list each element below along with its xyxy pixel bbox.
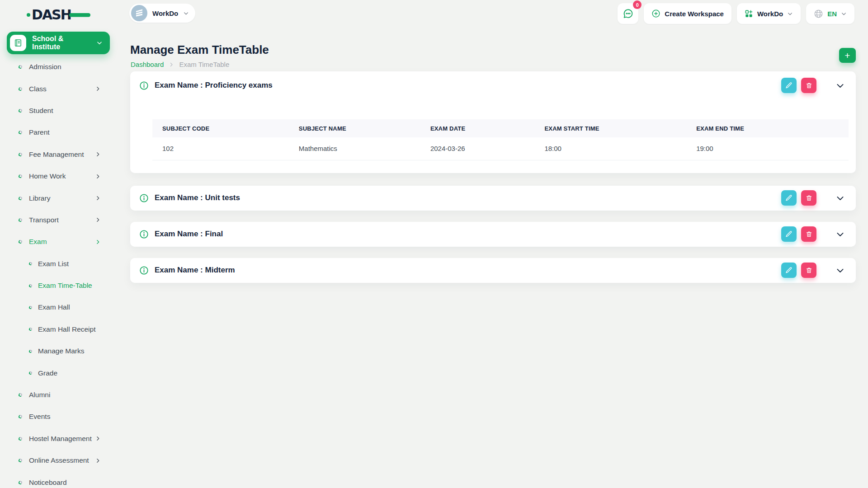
delete-exam-button[interactable] bbox=[801, 226, 816, 242]
sidebar-item-online-assessment[interactable]: Online Assessment bbox=[0, 450, 118, 471]
edit-exam-button[interactable] bbox=[781, 226, 797, 242]
bullet-icon bbox=[18, 393, 23, 397]
edit-exam-button[interactable] bbox=[781, 263, 797, 278]
sidebar-item-label: Student bbox=[29, 107, 53, 115]
sidebar-item-exam[interactable]: Exam bbox=[0, 231, 118, 253]
exam-card-list: Exam Name : Proficiency examsSUBJECT COD… bbox=[130, 71, 856, 294]
exam-card-header[interactable]: Exam Name : Midterm bbox=[130, 258, 856, 283]
exam-card-title: Exam Name : Proficiency exams bbox=[155, 81, 273, 90]
delete-exam-button[interactable] bbox=[801, 190, 816, 206]
timetable-cell: 102 bbox=[152, 137, 289, 160]
exam-card-header[interactable]: Exam Name : Unit tests bbox=[130, 186, 856, 211]
sidebar-item-exam-hall[interactable]: Exam Hall bbox=[0, 296, 118, 318]
chevron-right-icon bbox=[95, 458, 101, 464]
bullet-icon bbox=[28, 305, 33, 310]
delete-exam-button[interactable] bbox=[801, 263, 816, 278]
bullet-icon bbox=[28, 284, 33, 288]
sidebar-item-label: Online Assessment bbox=[29, 456, 89, 465]
sidebar-item-label: Library bbox=[29, 194, 50, 202]
workspace-name: WorkDo bbox=[152, 9, 178, 17]
sidebar-item-label: Admission bbox=[29, 63, 61, 71]
sidebar-item-student[interactable]: Student bbox=[0, 100, 118, 122]
bullet-icon bbox=[18, 174, 23, 178]
exam-card-header[interactable]: Exam Name : Final bbox=[130, 222, 856, 247]
sidebar-item-admission[interactable]: Admission bbox=[0, 56, 118, 78]
language-code: EN bbox=[827, 10, 837, 18]
sidebar-item-fee-management[interactable]: Fee Management bbox=[0, 144, 118, 165]
trash-icon bbox=[806, 230, 812, 238]
app-selector-label: WorkDo bbox=[757, 10, 783, 18]
chat-icon bbox=[623, 8, 634, 19]
bullet-icon bbox=[18, 87, 23, 91]
sidebar-item-library[interactable]: Library bbox=[0, 187, 118, 209]
sidebar-item-noticeboard[interactable]: Noticeboard bbox=[0, 471, 118, 488]
sidebar-item-label: Home Work bbox=[29, 172, 66, 180]
create-workspace-label: Create Workspace bbox=[665, 10, 724, 18]
chevron-down-icon bbox=[835, 266, 845, 275]
timetable-row: 102Mathematics2024-03-2618:0019:00 bbox=[152, 137, 849, 160]
trash-icon bbox=[806, 82, 812, 89]
sidebar-item-alumni[interactable]: Alumni bbox=[0, 384, 118, 406]
workspace-selector[interactable]: WorkDo bbox=[129, 4, 195, 23]
sidebar-item-label: Grade bbox=[38, 369, 57, 377]
column-header: EXAM DATE bbox=[420, 119, 535, 137]
timetable-table: SUBJECT CODESUBJECT NAMEEXAM DATEEXAM ST… bbox=[152, 119, 849, 160]
book-icon bbox=[10, 35, 26, 51]
collapse-toggle-button[interactable] bbox=[835, 230, 845, 239]
pencil-icon bbox=[785, 230, 793, 238]
sidebar-item-home-work[interactable]: Home Work bbox=[0, 165, 118, 187]
chevron-right-icon bbox=[95, 436, 101, 441]
apps-grid-icon bbox=[745, 9, 753, 18]
chevron-down-icon bbox=[787, 11, 793, 17]
sidebar-item-label: Exam List bbox=[38, 260, 69, 268]
create-workspace-button[interactable]: Create Workspace bbox=[644, 3, 731, 24]
sidebar-item-label: Exam bbox=[29, 238, 47, 246]
collapse-toggle-button[interactable] bbox=[835, 266, 845, 275]
sidebar-item-hostel-management[interactable]: Hostel Management bbox=[0, 428, 118, 450]
language-selector-button[interactable]: EN bbox=[806, 3, 854, 24]
bullet-icon bbox=[18, 415, 23, 419]
collapse-toggle-button[interactable] bbox=[835, 193, 845, 203]
breadcrumb: Dashboard Exam TimeTable bbox=[131, 61, 229, 68]
sidebar-item-exam-list[interactable]: Exam List bbox=[0, 253, 118, 275]
app-selector-button[interactable]: WorkDo bbox=[737, 3, 801, 24]
exam-card-header[interactable]: Exam Name : Proficiency exams bbox=[130, 71, 856, 99]
sidebar-item-label: Exam Hall Receipt bbox=[38, 325, 96, 333]
sidebar-item-exam-time-table[interactable]: Exam Time-Table bbox=[0, 275, 118, 296]
chevron-right-icon bbox=[95, 151, 101, 157]
exam-card-proficiency-exams: Exam Name : Proficiency examsSUBJECT COD… bbox=[130, 71, 856, 173]
chevron-down-icon bbox=[841, 11, 847, 17]
bullet-icon bbox=[18, 65, 23, 69]
delete-exam-button[interactable] bbox=[801, 78, 816, 93]
collapse-toggle-button[interactable] bbox=[835, 81, 845, 90]
bullet-icon bbox=[18, 480, 23, 485]
exam-card-final: Exam Name : Final bbox=[130, 222, 856, 247]
sidebar-item-manage-marks[interactable]: Manage Marks bbox=[0, 340, 118, 362]
sidebar-item-events[interactable]: Events bbox=[0, 406, 118, 427]
sidebar-item-grade[interactable]: Grade bbox=[0, 362, 118, 384]
chevron-down-icon bbox=[835, 193, 845, 203]
timetable-cell: Mathematics bbox=[289, 137, 420, 160]
bullet-icon bbox=[18, 108, 23, 113]
sidebar: School & Institute AdmissionClassStudent… bbox=[0, 32, 118, 488]
sidebar-item-transport[interactable]: Transport bbox=[0, 209, 118, 231]
timetable-cell: 2024-03-26 bbox=[420, 137, 535, 160]
sidebar-item-label: Manage Marks bbox=[38, 347, 85, 355]
breadcrumb-dashboard[interactable]: Dashboard bbox=[131, 61, 164, 68]
bullet-icon bbox=[18, 152, 23, 157]
sidebar-item-parent[interactable]: Parent bbox=[0, 122, 118, 143]
edit-exam-button[interactable] bbox=[781, 78, 797, 93]
column-header: EXAM START TIME bbox=[534, 119, 686, 137]
sidebar-item-label: Transport bbox=[29, 216, 59, 224]
sidebar-item-exam-hall-receipt[interactable]: Exam Hall Receipt bbox=[0, 319, 118, 340]
edit-exam-button[interactable] bbox=[781, 190, 797, 206]
messages-button[interactable]: 0 bbox=[618, 3, 638, 24]
bullet-icon bbox=[18, 196, 23, 201]
dash-logo[interactable]: DASH bbox=[26, 5, 94, 23]
bullet-icon bbox=[28, 371, 33, 375]
timetable-header-row: SUBJECT CODESUBJECT NAMEEXAM DATEEXAM ST… bbox=[152, 119, 849, 137]
sidebar-item-class[interactable]: Class bbox=[0, 78, 118, 99]
module-selector[interactable]: School & Institute bbox=[7, 32, 110, 54]
add-exam-timetable-button[interactable]: + bbox=[839, 48, 856, 63]
page-title: Manage Exam TimeTable bbox=[130, 43, 269, 57]
